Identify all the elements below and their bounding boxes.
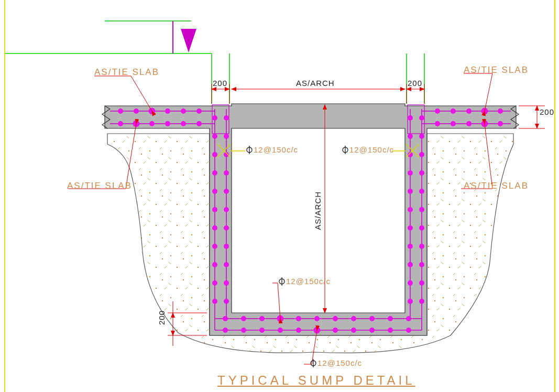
rebar-wall-right: 12@150c/c xyxy=(349,145,394,154)
rebar-wall-left: 12@150c/c xyxy=(254,145,298,154)
dim-base: 200 xyxy=(157,310,166,325)
rebar-base-bottom: 12@150c/c xyxy=(317,358,362,367)
label-tie-bot-left: AS/TIE SLAB xyxy=(67,181,132,191)
label-tie-top-right: AS/TIE SLAB xyxy=(464,65,529,75)
drawing-title: TYPICAL SUMP DETAIL xyxy=(217,373,415,388)
rebar-base-top: 12@150c/c xyxy=(286,277,331,286)
dim-wall-left: 200 xyxy=(213,79,227,88)
dim-slab-right: 200 xyxy=(540,107,554,116)
dim-clear-width: AS/ARCH xyxy=(296,79,335,88)
label-tie-top-left: AS/TIE SLAB xyxy=(94,67,159,78)
label-tie-bot-right: AS/TIE SLAB xyxy=(464,181,529,191)
dim-wall-right: 200 xyxy=(408,79,422,88)
drawing-frame xyxy=(4,0,555,392)
dim-clear-depth: AS/ARCH xyxy=(313,191,322,230)
